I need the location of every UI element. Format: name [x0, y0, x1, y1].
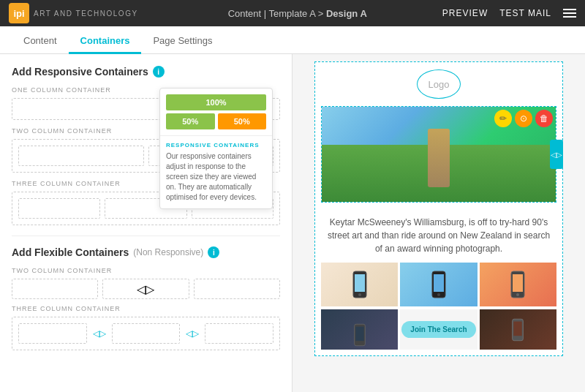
email-body-text: Keytar McSweeney's Williamsburg, is off …	[315, 208, 562, 263]
flex-arrow-center: ◁▷	[102, 279, 189, 299]
nav-actions: PREVIEW TEST MAIL	[442, 8, 576, 18]
photo-cell-2	[400, 263, 477, 306]
edit-button[interactable]: ✏	[494, 110, 512, 127]
hamburger-line	[563, 16, 576, 18]
flex-col-right	[194, 279, 280, 299]
flexible-two-col-container[interactable]: ◁▷	[12, 279, 280, 299]
phone-svg-2	[431, 271, 447, 298]
flex-col-left	[12, 279, 98, 299]
flexible-title-text: Add Flexible Containers	[12, 246, 129, 258]
right-panel: Logo ✏ ⊙ 🗑 ◁▷ Keytar McSweeney's William…	[292, 54, 585, 392]
flex-col-2	[112, 323, 181, 344]
top-navigation: ipi ART AND TECHNOLOGY Content | Templat…	[0, 0, 585, 26]
bottom-cell-2	[480, 309, 556, 350]
logo-icon: ipi	[9, 3, 29, 23]
copy-button[interactable]: ⊙	[515, 110, 532, 127]
delete-button[interactable]: 🗑	[535, 110, 553, 127]
flexible-section-title: Add Flexible Containers (Non Responsive)…	[12, 246, 280, 258]
svg-rect-7	[513, 274, 523, 292]
bar-100: 100%	[166, 94, 266, 110]
photo-cell-3	[480, 263, 556, 306]
svg-rect-12	[514, 321, 522, 336]
hamburger-line	[563, 12, 576, 14]
tab-containers[interactable]: Containers	[69, 29, 142, 54]
svg-rect-10	[355, 327, 363, 342]
photo-grid-top	[321, 263, 556, 306]
tooltip-title: RESPONSIVE CONTAINERS	[166, 142, 266, 148]
svg-point-2	[358, 293, 361, 296]
breadcrumb-text: Content | Template A > Design A	[228, 8, 367, 19]
flex-col-3	[205, 323, 273, 344]
breadcrumb: Content | Template A > Design A	[153, 8, 442, 19]
phone-svg-3	[510, 271, 526, 298]
app-logo: ipi ART AND TECHNOLOGY	[9, 3, 138, 23]
non-responsive-label: (Non Responsive)	[133, 247, 203, 257]
hero-container: ✏ ⊙ 🗑 ◁▷	[321, 106, 556, 203]
photo-cell-1	[321, 263, 398, 306]
bottom-cell-1	[321, 309, 398, 350]
tabs-row: Content Containers Page Settings	[0, 26, 585, 54]
main-layout: Add Responsive Containers i ONE COLUMN C…	[0, 54, 585, 392]
preview-button[interactable]: PREVIEW	[442, 8, 488, 18]
responsive-info-icon[interactable]: i	[153, 66, 165, 78]
responsive-section-title: Add Responsive Containers i	[12, 66, 280, 78]
phone-svg-5	[511, 318, 524, 342]
cta-button[interactable]: Join The Search	[401, 321, 475, 338]
responsive-title-text: Add Responsive Containers	[12, 66, 148, 78]
email-preview: Logo ✏ ⊙ 🗑 ◁▷ Keytar McSweeney's William…	[314, 61, 563, 356]
svg-point-5	[437, 293, 440, 296]
phone-svg-4	[353, 323, 366, 347]
tab-page-settings[interactable]: Page Settings	[141, 29, 224, 54]
tab-content[interactable]: Content	[12, 29, 69, 54]
resize-handle[interactable]: ◁▷	[550, 140, 563, 169]
col-left	[18, 146, 144, 166]
hamburger-line	[563, 9, 576, 10]
edit-icons-bar: ✏ ⊙ 🗑	[494, 110, 553, 127]
svg-rect-1	[355, 274, 365, 292]
tooltip-text-area: RESPONSIVE CONTAINERS Our responsive con…	[160, 135, 272, 208]
phone-svg-1	[352, 271, 368, 298]
bar-50-right: 50%	[218, 113, 267, 129]
flexible-two-col-label: TWO COLUMN CONTAINER	[12, 267, 280, 274]
flexible-three-col-label: THREE COLUMN CONTAINER	[12, 305, 280, 312]
col-1	[18, 198, 100, 219]
left-panel: Add Responsive Containers i ONE COLUMN C…	[0, 54, 292, 392]
svg-rect-4	[434, 274, 444, 292]
bar-50-left: 50%	[166, 113, 215, 129]
app-name: ART AND TECHNOLOGY	[34, 10, 138, 18]
resize-arrow: ◁▷	[137, 282, 154, 296]
photo-grid-bottom: Join The Search	[321, 309, 556, 350]
testmail-button[interactable]: TEST MAIL	[499, 8, 551, 18]
email-logo: Logo	[417, 69, 461, 99]
section-divider	[12, 235, 280, 236]
arrow-1: ◁▷	[91, 328, 107, 339]
flex-col-1	[18, 323, 87, 344]
tooltip-bars: 100% 50% 50%	[160, 88, 272, 135]
flexible-three-col-container[interactable]: ◁▷ ◁▷	[12, 317, 280, 350]
bar-row: 50% 50%	[166, 113, 266, 129]
svg-point-8	[516, 293, 519, 296]
cta-cell: Join The Search	[400, 309, 477, 350]
tooltip-body: Our responsive containers adjust in resp…	[166, 151, 266, 203]
arrow-2: ◁▷	[184, 328, 200, 339]
flexible-info-icon[interactable]: i	[208, 246, 219, 258]
responsive-tooltip: 100% 50% 50% RESPONSIVE CONTAINERS Our r…	[159, 88, 273, 209]
menu-button[interactable]	[563, 9, 576, 18]
